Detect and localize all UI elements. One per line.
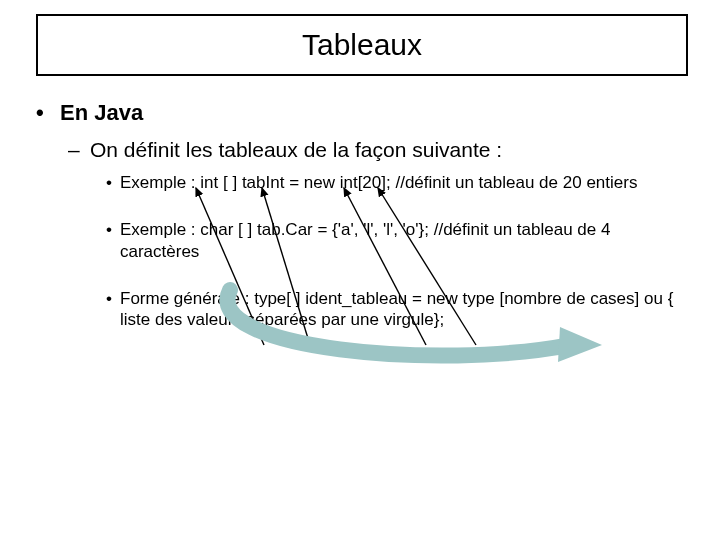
bullet-item: •Exemple : int [ ] tabInt = new int[20];… bbox=[106, 172, 686, 193]
dot-icon: • bbox=[106, 172, 120, 193]
bullet-text: Exemple : int [ ] tabInt = new int[20]; … bbox=[120, 173, 637, 192]
heading-level1: •En Java bbox=[36, 100, 686, 126]
bullet-text: Forme générale : type[ ] ident_tableau =… bbox=[120, 289, 673, 329]
slide: Tableaux •En Java –On définit les tablea… bbox=[0, 0, 720, 540]
dot-icon: • bbox=[106, 219, 120, 240]
slide-title: Tableaux bbox=[302, 28, 422, 62]
title-box: Tableaux bbox=[36, 14, 688, 76]
heading-text: En Java bbox=[60, 100, 143, 125]
dash-icon: – bbox=[68, 138, 90, 162]
bullet-item: •Exemple : char [ ] tab.Car = {'a', 'l',… bbox=[106, 219, 686, 262]
bullet-item: •Forme générale : type[ ] ident_tableau … bbox=[106, 288, 686, 331]
subheading-text: On définit les tableaux de la façon suiv… bbox=[90, 138, 502, 161]
content-area: •En Java –On définit les tableaux de la … bbox=[36, 100, 686, 356]
dot-icon: • bbox=[106, 288, 120, 309]
bullet-icon: • bbox=[36, 100, 60, 126]
heading-level2: –On définit les tableaux de la façon sui… bbox=[68, 138, 686, 162]
bullet-text: Exemple : char [ ] tab.Car = {'a', 'l', … bbox=[120, 220, 610, 260]
